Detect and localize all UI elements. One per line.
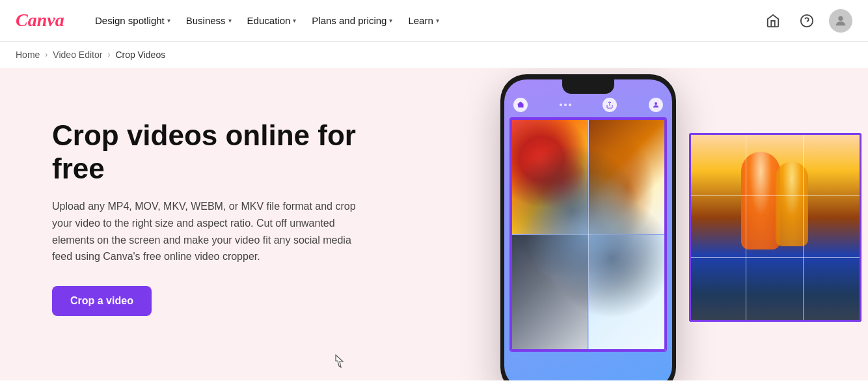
canva-logo[interactable]: Canva — [16, 9, 68, 33]
user-avatar[interactable] — [829, 9, 852, 33]
phone-mockup — [500, 74, 676, 380]
phone-cell-ice — [589, 235, 666, 350]
phone-home-icon — [513, 98, 528, 112]
home-icon-button[interactable] — [761, 9, 785, 33]
phone-notch — [562, 79, 614, 94]
breadcrumb-separator: › — [107, 50, 110, 59]
chevron-down-icon: ▾ — [228, 17, 232, 24]
nav-item-learn[interactable]: Learn ▾ — [401, 11, 445, 30]
crop-corner-tl — [689, 133, 697, 141]
breadcrumb-separator: › — [45, 50, 47, 59]
breadcrumb-video-editor[interactable]: Video Editor — [53, 50, 102, 60]
svg-text:Canva: Canva — [16, 10, 64, 30]
chevron-down-icon: ▾ — [167, 17, 170, 24]
chevron-down-icon: ▾ — [436, 17, 439, 24]
phone-toolbar-dots — [560, 104, 571, 106]
svg-point-2 — [838, 16, 843, 20]
crop-corner-tr — [854, 133, 861, 141]
hero-visuals — [439, 68, 868, 380]
nav-actions — [761, 9, 852, 33]
svg-point-3 — [655, 102, 657, 105]
crop-frame — [689, 133, 861, 322]
breadcrumb: Home › Video Editor › Crop Videos — [0, 42, 868, 68]
breadcrumb-home[interactable]: Home — [16, 50, 40, 60]
main-nav: Canva Design spotlight ▾ Business ▾ Educ… — [0, 0, 868, 42]
chevron-down-icon: ▾ — [389, 17, 392, 24]
breadcrumb-current: Crop Videos — [115, 50, 165, 60]
nav-item-business[interactable]: Business ▾ — [180, 11, 238, 30]
couple-image — [689, 133, 861, 322]
phone-toolbar — [504, 94, 672, 115]
crop-corner-bl — [689, 314, 697, 322]
nav-item-education[interactable]: Education ▾ — [241, 11, 303, 30]
nav-links: Design spotlight ▾ Business ▾ Education … — [88, 11, 761, 30]
crop-video-button[interactable]: Crop a video — [52, 286, 152, 316]
nav-item-plans-pricing[interactable]: Plans and pricing ▾ — [305, 11, 399, 30]
hero-content: Crop videos online for free Upload any M… — [52, 119, 390, 355]
hero-description: Upload any MP4, MOV, MKV, WEBM, or MKV f… — [52, 198, 364, 264]
crop-corner-br — [854, 314, 861, 322]
hero-section: Crop videos online for free Upload any M… — [0, 68, 868, 380]
help-icon-button[interactable] — [795, 9, 819, 33]
mouse-cursor — [335, 354, 343, 367]
phone-screen — [504, 79, 672, 380]
hero-title: Crop videos online for free — [52, 119, 390, 185]
phone-share-icon — [603, 98, 617, 112]
chevron-down-icon: ▾ — [293, 17, 296, 24]
nav-item-design-spotlight[interactable]: Design spotlight ▾ — [88, 11, 177, 30]
phone-user-icon — [649, 98, 663, 112]
crop-image — [689, 133, 861, 322]
